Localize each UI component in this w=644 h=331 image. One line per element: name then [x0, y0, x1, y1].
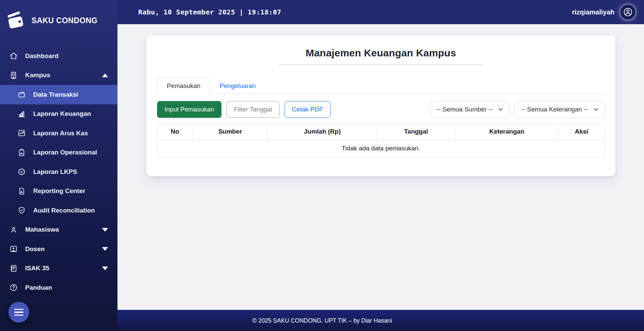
file-chart-icon: [17, 187, 26, 195]
line-chart-icon: [17, 129, 26, 137]
footer: © 2025 SAKU CONDONG. UPT TIK – by Diar H…: [117, 310, 644, 331]
header-user-area: rizqiamaliyah: [572, 5, 635, 19]
chevron-down-icon: [102, 228, 108, 232]
copyright-text: © 2025 SAKU CONDONG. UPT TIK – by Diar H…: [252, 317, 392, 324]
column-header-no: No: [157, 124, 193, 140]
cetak-pdf-button[interactable]: Cetak PDF: [285, 101, 331, 118]
input-pemasukan-button[interactable]: Input Pemasukan: [157, 101, 221, 118]
hamburger-icon: [14, 309, 23, 310]
transactions-table-wrap: No Sumber Jumlah (Rp) Tanggal Keterangan…: [157, 124, 605, 157]
filter-tanggal-button[interactable]: Filter Tanggal: [227, 101, 280, 118]
sidebar-item-laporan-arus-kas[interactable]: Laporan Arus Kas: [0, 124, 117, 143]
sidebar-item-label: Laporan Keuangan: [33, 110, 91, 117]
column-header-keterangan: Keterangan: [455, 124, 558, 140]
toolbar: Input Pemasukan Filter Tanggal Cetak PDF…: [157, 101, 605, 118]
sidebar-item-audit-reconciliation[interactable]: Audit Reconciliation: [0, 201, 117, 220]
wallet-logo-icon: [5, 11, 26, 30]
hamburger-icon: [14, 315, 23, 316]
sidebar-item-label: Laporan Operasional: [33, 149, 97, 156]
shield-check-icon: [17, 206, 26, 215]
table-header-row: No Sumber Jumlah (Rp) Tanggal Keterangan…: [157, 124, 605, 140]
datetime-display: Rabu, 10 September 2025 | 19:18:07: [138, 8, 281, 16]
sidebar-item-mahasiswa[interactable]: Mahasiswa: [0, 220, 117, 240]
sidebar-item-label: Data Transaksi: [33, 91, 78, 98]
sidebar-item-data-transaksi[interactable]: Data Transaksi: [0, 85, 117, 104]
sidebar-item-laporan-lkps[interactable]: Laporan LKPS: [0, 162, 117, 182]
keterangan-select[interactable]: -- Semua Keterangan --: [514, 101, 605, 118]
bar-chart-icon: [17, 110, 26, 118]
sidebar-item-label: Dashboard: [25, 52, 58, 60]
person-card-icon: [9, 245, 18, 253]
person-icon: [9, 226, 18, 234]
sidebar-item-label: Laporan LKPS: [33, 168, 77, 176]
sidebar-toggle-button[interactable]: [8, 302, 29, 323]
keterangan-select-value: -- Semua Keterangan --: [521, 106, 588, 113]
chevron-up-icon: [102, 74, 108, 77]
brand-logo[interactable]: SAKU CONDONG: [0, 0, 117, 34]
username-label: rizqiamaliyah: [572, 8, 614, 16]
sidebar-item-label: Reporting Center: [33, 187, 85, 195]
sidebar-item-dosen[interactable]: Dosen: [0, 239, 117, 259]
sidebar-item-reporting-center[interactable]: Reporting Center: [0, 182, 117, 201]
sidebar-menu: Dashboard Kampus Data Transaksi: [0, 46, 117, 297]
top-header-bar: Rabu, 10 September 2025 | 19:18:07 rizqi…: [117, 0, 644, 24]
sidebar-item-dashboard[interactable]: Dashboard: [0, 46, 117, 66]
chevron-down-icon: [593, 108, 598, 111]
chevron-down-icon: [102, 267, 108, 270]
hamburger-icon: [14, 312, 23, 313]
brand-name: SAKU CONDONG: [32, 16, 97, 25]
journal-icon: [9, 264, 18, 273]
transaction-tabs: Pemasukan Pengeluaran: [157, 78, 605, 94]
empty-state-row: Tidak ada data pemasukan.: [157, 140, 605, 157]
sidebar: SAKU CONDONG Dashboard Kampus: [0, 0, 117, 331]
column-header-aksi: Aksi: [558, 124, 604, 140]
chevron-down-icon: [498, 108, 503, 111]
sumber-select-value: -- Semua Sumber --: [437, 106, 493, 113]
tab-pengeluaran[interactable]: Pengeluaran: [210, 78, 265, 94]
transactions-table: No Sumber Jumlah (Rp) Tanggal Keterangan…: [157, 124, 605, 157]
sidebar-item-isak-35[interactable]: ISAK 35: [0, 259, 117, 278]
sidebar-item-label: Dosen: [25, 245, 45, 253]
content-column: Rabu, 10 September 2025 | 19:18:07 rizqi…: [117, 0, 644, 331]
question-circle-icon: [9, 283, 18, 292]
wallet-icon: [17, 90, 26, 99]
badge-check-icon: [17, 168, 26, 176]
sidebar-item-label: Panduan: [25, 284, 52, 291]
page-title: Manajemen Keuangan Kampus: [157, 45, 605, 60]
sidebar-item-laporan-operasional[interactable]: Laporan Operasional: [0, 143, 117, 162]
column-header-tanggal: Tanggal: [377, 124, 455, 140]
column-header-sumber: Sumber: [193, 124, 268, 140]
sidebar-item-label: Laporan Arus Kas: [33, 130, 88, 137]
title-divider: [279, 64, 483, 65]
sidebar-item-label: ISAK 35: [25, 265, 49, 272]
avatar-button[interactable]: [621, 5, 635, 19]
chevron-down-icon: [102, 247, 108, 251]
clipboard-chart-icon: [17, 148, 26, 157]
sidebar-item-panduan[interactable]: Panduan: [0, 278, 117, 297]
empty-state-message: Tidak ada data pemasukan.: [157, 140, 605, 157]
home-icon: [9, 52, 18, 60]
sidebar-item-label: Audit Reconciliation: [33, 207, 95, 214]
person-circle-icon: [623, 7, 633, 17]
sidebar-item-kampus[interactable]: Kampus: [0, 66, 117, 85]
column-header-jumlah: Jumlah (Rp): [268, 124, 377, 140]
tab-pemasukan[interactable]: Pemasukan: [157, 78, 210, 94]
sidebar-item-laporan-keuangan[interactable]: Laporan Keuangan: [0, 104, 117, 124]
sidebar-item-label: Kampus: [25, 72, 50, 79]
sidebar-item-label: Mahasiswa: [25, 226, 59, 233]
sumber-select[interactable]: -- Semua Sumber --: [430, 101, 510, 118]
main-area: Manajemen Keuangan Kampus Pemasukan Peng…: [117, 24, 644, 310]
building-icon: [9, 71, 18, 80]
app-root: SAKU CONDONG Dashboard Kampus: [0, 0, 644, 331]
transactions-card: Manajemen Keuangan Kampus Pemasukan Peng…: [146, 35, 615, 176]
